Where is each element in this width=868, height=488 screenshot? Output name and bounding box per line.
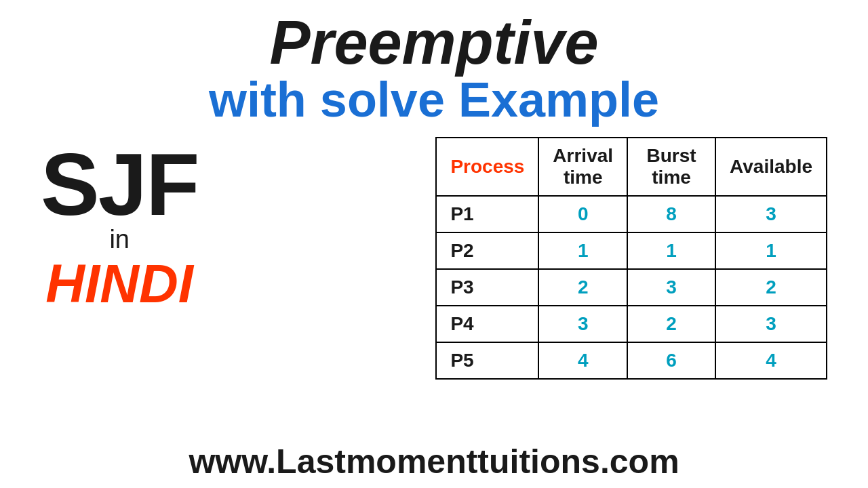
cell-burst: 2	[627, 306, 715, 342]
cell-process: P1	[436, 196, 538, 232]
table-row: P3232	[436, 269, 827, 306]
table-header-row: Process Arrivaltime Bursttime Available	[436, 138, 827, 196]
cell-process: P3	[436, 269, 538, 306]
main-content: SJF in HINDI Process Arrivaltime Burstti…	[0, 134, 868, 380]
in-label: in	[109, 225, 130, 254]
table-section: Process Arrivaltime Bursttime Available …	[435, 137, 827, 380]
cell-available: 4	[715, 342, 827, 379]
scheduling-table: Process Arrivaltime Bursttime Available …	[435, 137, 827, 380]
table-row: P1083	[436, 196, 827, 232]
title-section: Preemptive with solve Example	[209, 12, 659, 127]
cell-process: P2	[436, 232, 538, 269]
cell-burst: 3	[627, 269, 715, 306]
cell-burst: 8	[627, 196, 715, 232]
footer: www.Lastmomenttuitions.com	[0, 442, 868, 481]
header-process: Process	[436, 138, 538, 196]
cell-arrival: 3	[538, 306, 627, 342]
title-subtitle: with solve Example	[209, 73, 659, 127]
cell-available: 3	[715, 306, 827, 342]
cell-process: P5	[436, 342, 538, 379]
hindi-label: HINDI	[45, 254, 193, 314]
cell-burst: 6	[627, 342, 715, 379]
table-row: P5464	[436, 342, 827, 379]
title-preemptive: Preemptive	[209, 12, 659, 73]
footer-url: www.Lastmomenttuitions.com	[189, 443, 679, 481]
table-row: P2111	[436, 232, 827, 269]
header-available: Available	[715, 138, 827, 196]
cell-arrival: 1	[538, 232, 627, 269]
cell-burst: 1	[627, 232, 715, 269]
cell-arrival: 2	[538, 269, 627, 306]
left-section: SJF in HINDI	[41, 140, 198, 314]
cell-available: 2	[715, 269, 827, 306]
cell-available: 1	[715, 232, 827, 269]
sjf-label: SJF	[41, 140, 198, 228]
table-row: P4323	[436, 306, 827, 342]
cell-arrival: 0	[538, 196, 627, 232]
header-arrival: Arrivaltime	[538, 138, 627, 196]
cell-process: P4	[436, 306, 538, 342]
cell-arrival: 4	[538, 342, 627, 379]
header-burst: Bursttime	[627, 138, 715, 196]
cell-available: 3	[715, 196, 827, 232]
